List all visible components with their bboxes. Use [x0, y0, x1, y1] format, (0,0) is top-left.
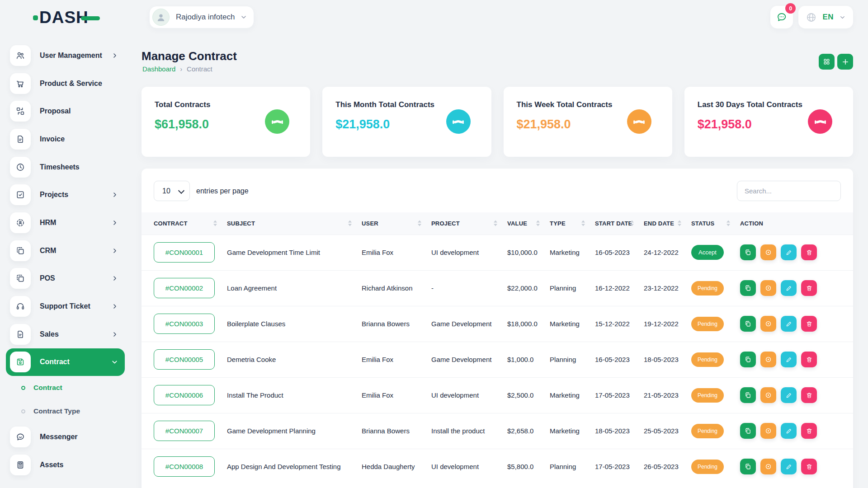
file-icon	[10, 324, 31, 345]
handshake-icon	[814, 116, 826, 128]
add-contract-button[interactable]	[837, 54, 853, 70]
sidebar-item-invoice[interactable]: Invoice	[6, 125, 125, 153]
edit-button[interactable]	[781, 316, 797, 332]
language-selector[interactable]: EN	[798, 6, 853, 28]
table-row: #CON00002Loan AgreementRichard Atkinson-…	[142, 270, 853, 306]
cell-value: $2,658.0	[507, 413, 550, 449]
delete-button[interactable]	[801, 244, 817, 260]
breadcrumb-dashboard-link[interactable]: Dashboard	[142, 65, 175, 73]
duplicate-button[interactable]	[740, 244, 756, 260]
view-button[interactable]	[760, 459, 776, 474]
view-button[interactable]	[760, 316, 776, 332]
edit-button[interactable]	[781, 459, 797, 474]
cell-user: Brianna Bowers	[362, 306, 431, 342]
sidebar-item-timesheets[interactable]: Timesheets	[6, 153, 125, 181]
search-input[interactable]	[737, 181, 841, 201]
sidebar-item-support-ticket[interactable]: Support Ticket	[6, 292, 125, 320]
cell-type: Planning	[550, 270, 595, 306]
contract-id-badge[interactable]: #CON00007	[154, 421, 215, 441]
workspace-name: Rajodiya infotech	[176, 13, 235, 22]
edit-button[interactable]	[781, 423, 797, 439]
cell-subject: Demetria Cooke	[227, 342, 362, 377]
contract-id-badge[interactable]: #CON00006	[154, 385, 215, 405]
sort-arrows-icon	[213, 221, 217, 226]
duplicate-button[interactable]	[740, 423, 756, 439]
column-header-user[interactable]: USER	[362, 212, 431, 235]
sidebar-item-sales[interactable]: Sales	[6, 320, 125, 348]
sidebar-item-product-service[interactable]: Product & Service	[6, 70, 125, 98]
column-header-status[interactable]: STATUS	[691, 212, 740, 235]
column-header-label: USER	[362, 220, 378, 227]
column-header-start-date[interactable]: START DATE	[595, 212, 644, 235]
chevron-down-icon	[839, 14, 846, 21]
column-header-value[interactable]: VALUE	[507, 212, 550, 235]
delete-button[interactable]	[801, 280, 817, 296]
workspace-selector[interactable]: Rajodiya infotech	[149, 6, 254, 28]
column-header-contract[interactable]: CONTRACT	[142, 212, 227, 235]
contract-id-badge[interactable]: #CON00005	[154, 349, 215, 370]
sidebar-item-pos[interactable]: POS	[6, 265, 125, 293]
edit-button[interactable]	[781, 352, 797, 367]
delete-button[interactable]	[801, 459, 817, 474]
duplicate-button[interactable]	[740, 316, 756, 332]
cell-subject: Boilerplate Clauses	[227, 306, 362, 342]
sidebar-item-label: Sales	[40, 330, 111, 338]
sidebar-item-crm[interactable]: CRM	[6, 237, 125, 265]
cell-value: $22,000.0	[507, 270, 550, 306]
delete-button[interactable]	[801, 387, 817, 403]
view-button[interactable]	[760, 423, 776, 439]
trash-icon	[806, 356, 813, 363]
sidebar-subitem-contract[interactable]: Contract	[6, 376, 125, 399]
view-button[interactable]	[760, 352, 776, 367]
file-icon	[15, 134, 25, 144]
cell-end-date: 18-05-2023	[644, 342, 691, 377]
entries-per-page-select[interactable]: 10	[154, 181, 190, 201]
sidebar-item-hrm[interactable]: HRM	[6, 209, 125, 237]
cart-icon	[10, 73, 31, 94]
sidebar-item-messenger[interactable]: Messenger	[6, 423, 125, 451]
column-header-type[interactable]: TYPE	[550, 212, 595, 235]
contract-id-badge[interactable]: #CON00003	[154, 314, 215, 334]
eye-icon	[764, 356, 772, 363]
save-icon	[10, 352, 31, 372]
delete-button[interactable]	[801, 316, 817, 332]
view-button[interactable]	[760, 280, 776, 296]
sidebar-item-assets[interactable]: Assets	[6, 451, 125, 479]
delete-button[interactable]	[801, 423, 817, 439]
sidebar-item-contract[interactable]: Contract	[6, 348, 125, 376]
copy-squares-icon	[10, 268, 31, 289]
sidebar-item-proposal[interactable]: Proposal	[6, 97, 125, 125]
cell-user: Richard Atkinson	[362, 270, 431, 306]
column-header-label: TYPE	[550, 220, 566, 227]
duplicate-button[interactable]	[740, 459, 756, 474]
duplicate-button[interactable]	[740, 280, 756, 296]
edit-button[interactable]	[781, 387, 797, 403]
column-header-end-date[interactable]: END DATE	[644, 212, 691, 235]
stat-icon-circle	[446, 109, 471, 134]
cell-type: Planning	[550, 342, 595, 377]
contract-id-badge[interactable]: #CON00002	[154, 278, 215, 298]
view-button[interactable]	[760, 387, 776, 403]
contract-id-badge[interactable]: #CON00008	[154, 456, 215, 477]
sidebar-item-projects[interactable]: Projects	[6, 181, 125, 209]
delete-button[interactable]	[801, 352, 817, 367]
sidebar-item-user-management[interactable]: User Management	[6, 42, 125, 70]
column-header-subject[interactable]: SUBJECT	[227, 212, 362, 235]
duplicate-button[interactable]	[740, 352, 756, 367]
copy-squares-icon	[15, 273, 25, 283]
column-header-action: ACTION	[740, 212, 853, 235]
edit-button[interactable]	[781, 280, 797, 296]
view-button[interactable]	[760, 244, 776, 260]
chevron-right-icon	[111, 247, 118, 254]
contract-id-badge[interactable]: #CON00001	[154, 242, 215, 263]
sidebar-item-label: Proposal	[40, 107, 118, 115]
check-square-icon	[15, 190, 25, 200]
grid-view-button[interactable]	[819, 54, 835, 70]
edit-button[interactable]	[781, 244, 797, 260]
clock-icon	[15, 162, 25, 172]
messages-button[interactable]: 0	[770, 6, 793, 28]
sidebar-subitem-contract-type[interactable]: Contract Type	[6, 399, 125, 423]
duplicate-button[interactable]	[740, 387, 756, 403]
column-header-project[interactable]: PROJECT	[431, 212, 507, 235]
cell-type: Marketing	[550, 377, 595, 413]
